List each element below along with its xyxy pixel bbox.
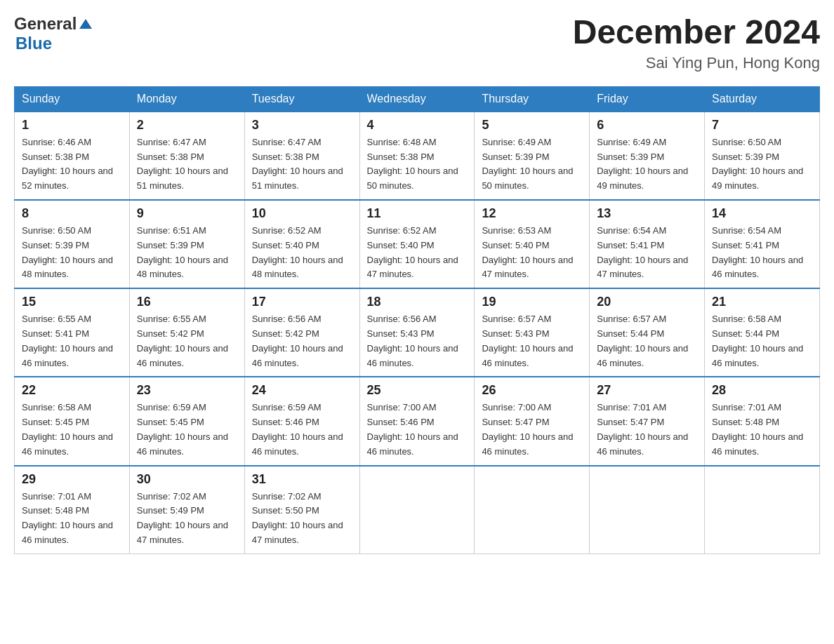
day-info: Sunrise: 6:57 AM Sunset: 5:44 PM Dayligh…	[597, 312, 697, 370]
day-info: Sunrise: 6:50 AM Sunset: 5:39 PM Dayligh…	[712, 135, 812, 194]
day-number: 23	[137, 383, 237, 398]
day-number: 9	[137, 206, 237, 221]
calendar-header-row: SundayMondayTuesdayWednesdayThursdayFrid…	[15, 86, 820, 112]
title-section: December 2024 Sai Ying Pun, Hong Kong	[573, 14, 820, 72]
day-info: Sunrise: 6:47 AM Sunset: 5:38 PM Dayligh…	[252, 135, 352, 194]
day-number: 29	[22, 472, 122, 487]
day-info: Sunrise: 6:59 AM Sunset: 5:45 PM Dayligh…	[137, 401, 237, 459]
calendar-week-3: 15 Sunrise: 6:55 AM Sunset: 5:41 PM Dayl…	[15, 288, 820, 377]
header-wednesday: Wednesday	[359, 86, 475, 112]
day-number: 31	[252, 472, 352, 487]
day-number: 27	[597, 383, 697, 398]
month-title: December 2024	[573, 14, 820, 51]
day-number: 13	[597, 206, 697, 221]
calendar-cell: 17 Sunrise: 6:56 AM Sunset: 5:42 PM Dayl…	[244, 288, 359, 377]
day-number: 26	[482, 383, 582, 398]
day-info: Sunrise: 6:53 AM Sunset: 5:40 PM Dayligh…	[482, 224, 582, 282]
calendar-week-5: 29 Sunrise: 7:01 AM Sunset: 5:48 PM Dayl…	[15, 466, 820, 554]
calendar-cell	[705, 466, 820, 554]
day-info: Sunrise: 7:00 AM Sunset: 5:46 PM Dayligh…	[367, 401, 468, 459]
calendar-week-4: 22 Sunrise: 6:58 AM Sunset: 5:45 PM Dayl…	[15, 377, 820, 465]
day-info: Sunrise: 7:02 AM Sunset: 5:50 PM Dayligh…	[252, 490, 352, 548]
logo-triangle-icon	[78, 16, 93, 32]
calendar-cell: 27 Sunrise: 7:01 AM Sunset: 5:47 PM Dayl…	[590, 377, 705, 465]
calendar-cell: 2 Sunrise: 6:47 AM Sunset: 5:38 PM Dayli…	[129, 112, 244, 200]
calendar-cell: 19 Sunrise: 6:57 AM Sunset: 5:43 PM Dayl…	[475, 288, 590, 377]
day-info: Sunrise: 7:01 AM Sunset: 5:47 PM Dayligh…	[597, 401, 697, 459]
day-number: 8	[22, 206, 122, 221]
day-info: Sunrise: 6:58 AM Sunset: 5:44 PM Dayligh…	[712, 312, 812, 370]
day-number: 11	[367, 206, 468, 221]
header-sunday: Sunday	[15, 86, 130, 112]
day-info: Sunrise: 7:01 AM Sunset: 5:48 PM Dayligh…	[712, 401, 812, 459]
day-info: Sunrise: 7:01 AM Sunset: 5:48 PM Dayligh…	[22, 490, 122, 548]
calendar-cell	[590, 466, 705, 554]
day-number: 10	[252, 206, 352, 221]
calendar-cell: 6 Sunrise: 6:49 AM Sunset: 5:39 PM Dayli…	[590, 112, 705, 200]
day-number: 19	[482, 295, 582, 309]
header-tuesday: Tuesday	[244, 86, 359, 112]
day-info: Sunrise: 6:55 AM Sunset: 5:42 PM Dayligh…	[137, 312, 237, 370]
day-number: 7	[712, 118, 812, 133]
day-number: 1	[22, 118, 122, 133]
day-number: 30	[137, 472, 237, 487]
day-info: Sunrise: 6:59 AM Sunset: 5:46 PM Dayligh…	[252, 401, 352, 459]
calendar-cell: 30 Sunrise: 7:02 AM Sunset: 5:49 PM Dayl…	[129, 466, 244, 554]
day-info: Sunrise: 6:52 AM Sunset: 5:40 PM Dayligh…	[252, 224, 352, 282]
calendar-cell: 22 Sunrise: 6:58 AM Sunset: 5:45 PM Dayl…	[15, 377, 130, 465]
header-monday: Monday	[129, 86, 244, 112]
day-number: 21	[712, 295, 812, 309]
page-header: General Blue December 2024 Sai Ying Pun,…	[14, 14, 820, 72]
calendar-cell: 3 Sunrise: 6:47 AM Sunset: 5:38 PM Dayli…	[244, 112, 359, 200]
calendar-cell: 28 Sunrise: 7:01 AM Sunset: 5:48 PM Dayl…	[705, 377, 820, 465]
calendar-week-1: 1 Sunrise: 6:46 AM Sunset: 5:38 PM Dayli…	[15, 112, 820, 200]
day-number: 4	[367, 118, 468, 133]
day-number: 16	[137, 295, 237, 309]
calendar-cell: 18 Sunrise: 6:56 AM Sunset: 5:43 PM Dayl…	[359, 288, 475, 377]
day-info: Sunrise: 6:50 AM Sunset: 5:39 PM Dayligh…	[22, 224, 122, 282]
logo-blue-text: Blue	[15, 34, 52, 53]
calendar-cell: 26 Sunrise: 7:00 AM Sunset: 5:47 PM Dayl…	[475, 377, 590, 465]
day-info: Sunrise: 6:49 AM Sunset: 5:39 PM Dayligh…	[482, 135, 582, 194]
calendar-cell: 13 Sunrise: 6:54 AM Sunset: 5:41 PM Dayl…	[590, 200, 705, 288]
day-info: Sunrise: 6:57 AM Sunset: 5:43 PM Dayligh…	[482, 312, 582, 370]
day-number: 24	[252, 383, 352, 398]
calendar-cell: 5 Sunrise: 6:49 AM Sunset: 5:39 PM Dayli…	[475, 112, 590, 200]
calendar-cell: 7 Sunrise: 6:50 AM Sunset: 5:39 PM Dayli…	[705, 112, 820, 200]
calendar-cell: 20 Sunrise: 6:57 AM Sunset: 5:44 PM Dayl…	[590, 288, 705, 377]
day-info: Sunrise: 7:00 AM Sunset: 5:47 PM Dayligh…	[482, 401, 582, 459]
day-info: Sunrise: 7:02 AM Sunset: 5:49 PM Dayligh…	[137, 490, 237, 548]
calendar-cell: 4 Sunrise: 6:48 AM Sunset: 5:38 PM Dayli…	[359, 112, 475, 200]
day-info: Sunrise: 6:46 AM Sunset: 5:38 PM Dayligh…	[22, 135, 122, 194]
calendar-cell: 8 Sunrise: 6:50 AM Sunset: 5:39 PM Dayli…	[15, 200, 130, 288]
calendar-cell: 12 Sunrise: 6:53 AM Sunset: 5:40 PM Dayl…	[475, 200, 590, 288]
logo-general-text: General	[14, 14, 77, 34]
day-info: Sunrise: 6:55 AM Sunset: 5:41 PM Dayligh…	[22, 312, 122, 370]
calendar-cell: 14 Sunrise: 6:54 AM Sunset: 5:41 PM Dayl…	[705, 200, 820, 288]
day-info: Sunrise: 6:58 AM Sunset: 5:45 PM Dayligh…	[22, 401, 122, 459]
day-number: 3	[252, 118, 352, 133]
day-number: 5	[482, 118, 582, 133]
calendar-cell: 11 Sunrise: 6:52 AM Sunset: 5:40 PM Dayl…	[359, 200, 475, 288]
day-number: 18	[367, 295, 468, 309]
header-thursday: Thursday	[475, 86, 590, 112]
day-number: 15	[22, 295, 122, 309]
location-text: Sai Ying Pun, Hong Kong	[573, 54, 820, 72]
day-info: Sunrise: 6:47 AM Sunset: 5:38 PM Dayligh…	[137, 135, 237, 194]
day-number: 12	[482, 206, 582, 221]
day-number: 14	[712, 206, 812, 221]
calendar-cell: 16 Sunrise: 6:55 AM Sunset: 5:42 PM Dayl…	[129, 288, 244, 377]
calendar-cell: 23 Sunrise: 6:59 AM Sunset: 5:45 PM Dayl…	[129, 377, 244, 465]
calendar-cell: 25 Sunrise: 7:00 AM Sunset: 5:46 PM Dayl…	[359, 377, 475, 465]
day-number: 20	[597, 295, 697, 309]
calendar-table: SundayMondayTuesdayWednesdayThursdayFrid…	[14, 86, 820, 554]
header-friday: Friday	[590, 86, 705, 112]
day-info: Sunrise: 6:51 AM Sunset: 5:39 PM Dayligh…	[137, 224, 237, 282]
day-number: 22	[22, 383, 122, 398]
day-info: Sunrise: 6:54 AM Sunset: 5:41 PM Dayligh…	[712, 224, 812, 282]
day-number: 17	[252, 295, 352, 309]
calendar-cell: 24 Sunrise: 6:59 AM Sunset: 5:46 PM Dayl…	[244, 377, 359, 465]
day-info: Sunrise: 6:49 AM Sunset: 5:39 PM Dayligh…	[597, 135, 697, 194]
calendar-week-2: 8 Sunrise: 6:50 AM Sunset: 5:39 PM Dayli…	[15, 200, 820, 288]
header-saturday: Saturday	[705, 86, 820, 112]
